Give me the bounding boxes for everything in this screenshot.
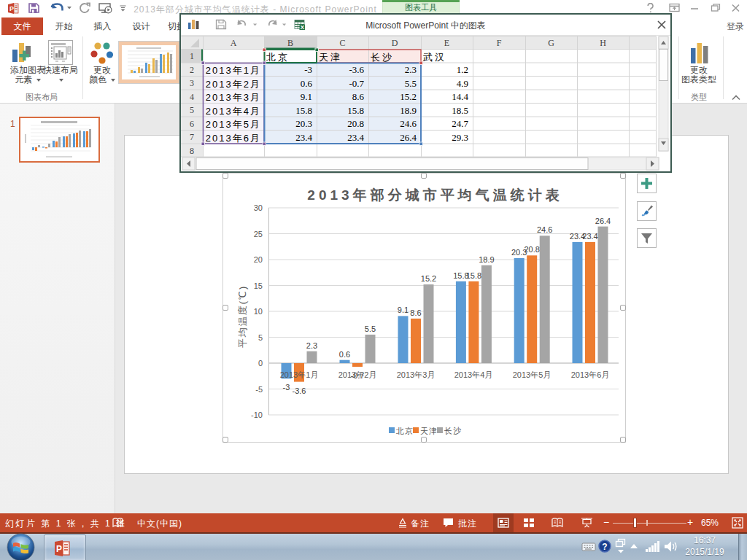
svg-text:24.7: 24.7 xyxy=(452,118,468,129)
svg-text:18.9: 18.9 xyxy=(400,105,417,116)
svg-text:24.6: 24.6 xyxy=(400,118,417,129)
svg-text:2.3: 2.3 xyxy=(306,341,317,350)
svg-text:8.6: 8.6 xyxy=(410,308,421,317)
svg-text:3: 3 xyxy=(190,78,194,88)
svg-text:15: 15 xyxy=(254,281,263,290)
svg-text:26.4: 26.4 xyxy=(400,132,417,143)
svg-text:23.4: 23.4 xyxy=(347,132,364,143)
svg-text:2: 2 xyxy=(190,65,194,75)
svg-text:8.6: 8.6 xyxy=(352,91,365,102)
svg-text:20.8: 20.8 xyxy=(524,245,539,254)
svg-text:4: 4 xyxy=(190,92,194,102)
svg-text:20: 20 xyxy=(254,255,263,264)
svg-text:-3: -3 xyxy=(283,383,290,392)
svg-text:P: P xyxy=(56,544,62,554)
svg-text:15.8: 15.8 xyxy=(466,271,481,280)
svg-text:6: 6 xyxy=(190,119,194,129)
svg-text:H: H xyxy=(600,38,606,48)
svg-text:5: 5 xyxy=(258,333,263,342)
svg-text:26.4: 26.4 xyxy=(595,217,611,225)
svg-text:2.3: 2.3 xyxy=(405,64,417,75)
svg-text:-3: -3 xyxy=(304,64,312,75)
svg-text:4.9: 4.9 xyxy=(457,78,468,89)
svg-text:0: 0 xyxy=(258,359,263,368)
svg-text:29.3: 29.3 xyxy=(452,132,468,143)
svg-text:E: E xyxy=(444,38,449,48)
svg-text:9.1: 9.1 xyxy=(398,306,409,314)
svg-text:7: 7 xyxy=(190,132,194,142)
svg-text:15.2: 15.2 xyxy=(421,274,436,283)
svg-text:?: ? xyxy=(602,542,607,552)
svg-text:A: A xyxy=(231,38,237,48)
svg-text:0.6: 0.6 xyxy=(301,78,313,89)
svg-text:15.2: 15.2 xyxy=(400,91,417,102)
svg-text:-3.6: -3.6 xyxy=(349,64,364,75)
svg-text:1.2: 1.2 xyxy=(457,64,468,75)
svg-text:23.4: 23.4 xyxy=(582,232,597,241)
svg-text:D: D xyxy=(392,38,398,48)
svg-text:5.5: 5.5 xyxy=(365,324,376,333)
svg-text:15.8: 15.8 xyxy=(295,105,312,116)
svg-text:-0.7: -0.7 xyxy=(349,78,364,89)
svg-text:8: 8 xyxy=(190,146,194,156)
svg-text:20.8: 20.8 xyxy=(347,118,364,129)
svg-text:25: 25 xyxy=(254,230,263,238)
svg-text:1: 1 xyxy=(190,51,194,61)
svg-text:18.9: 18.9 xyxy=(479,255,494,264)
svg-text:5: 5 xyxy=(190,105,194,115)
svg-text:18.5: 18.5 xyxy=(452,105,468,116)
svg-text:23.4: 23.4 xyxy=(295,132,312,143)
svg-text:14.4: 14.4 xyxy=(452,91,468,102)
svg-text:24.6: 24.6 xyxy=(537,225,552,234)
svg-text:20.3: 20.3 xyxy=(295,118,312,129)
svg-text:C: C xyxy=(339,38,345,48)
svg-text:G: G xyxy=(548,38,554,48)
svg-text:9.1: 9.1 xyxy=(301,91,312,102)
svg-text:F: F xyxy=(497,38,502,48)
svg-text:0.6: 0.6 xyxy=(339,350,350,359)
svg-text:-10: -10 xyxy=(251,411,263,419)
svg-text:-3.6: -3.6 xyxy=(293,386,306,395)
svg-text:10: 10 xyxy=(254,307,263,316)
svg-text:B: B xyxy=(287,38,293,48)
svg-text:-5: -5 xyxy=(255,385,263,394)
svg-text:5.5: 5.5 xyxy=(405,78,417,89)
svg-text:15.8: 15.8 xyxy=(347,105,364,116)
